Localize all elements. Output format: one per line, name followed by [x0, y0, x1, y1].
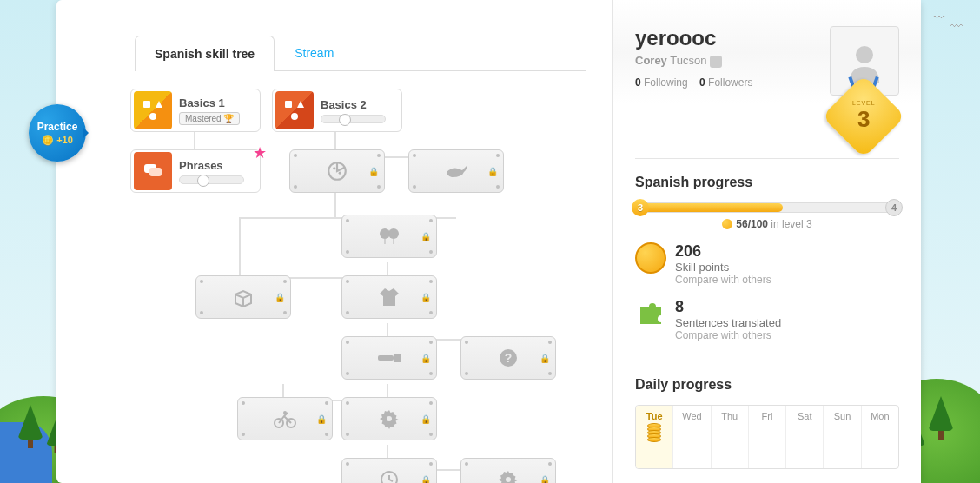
day-cell[interactable]: Sat	[786, 406, 824, 468]
practice-button[interactable]: Practice 🪙 +10	[29, 104, 86, 162]
skill-title: Basics 1	[179, 96, 257, 109]
day-cell[interactable]: Mon	[862, 406, 898, 468]
tab-stream[interactable]: Stream	[275, 35, 354, 70]
locked-skill-time[interactable]: 🔒	[341, 458, 437, 483]
svg-point-5	[291, 113, 298, 120]
svg-point-12	[388, 228, 399, 239]
twitter-icon[interactable]	[710, 56, 722, 68]
day-cell[interactable]: Tue	[636, 406, 673, 468]
lock-icon: 🔒	[540, 475, 550, 484]
svg-point-9	[333, 167, 335, 169]
question-icon: ?	[498, 347, 519, 368]
mastered-badge: Mastered 🏆	[179, 112, 240, 125]
locked-skill-possession[interactable]: 🔒	[195, 275, 291, 319]
daily-row: TueWedThuFriSatSunMon	[635, 405, 899, 469]
day-cell[interactable]: Sun	[824, 406, 861, 468]
svg-point-23	[506, 477, 511, 482]
svg-marker-1	[156, 101, 162, 108]
gear-icon	[498, 469, 519, 483]
svg-text:?: ?	[505, 351, 513, 365]
level-progress-bar: 3 4	[635, 202, 899, 213]
bird-icon: 〰	[933, 10, 945, 24]
whale-icon	[443, 162, 469, 181]
lock-icon: 🔒	[487, 167, 498, 176]
bird-icon: 〰	[950, 19, 963, 33]
pizza-icon	[326, 160, 348, 182]
skill-title: Basics 2	[321, 98, 399, 111]
daily-section: Daily progress TueWedThuFriSatSunMon	[635, 361, 899, 469]
brush-icon	[376, 350, 402, 366]
bike-icon	[273, 409, 297, 428]
balloons-icon	[377, 227, 401, 246]
lock-icon: 🔒	[420, 232, 431, 242]
level-medal: LEVEL3	[834, 87, 893, 146]
shirt-icon	[378, 287, 401, 308]
svg-rect-15	[378, 355, 394, 361]
current-level-knob: 3	[632, 199, 649, 216]
coin-icon	[722, 219, 732, 229]
stat-sentences[interactable]: 8 Sentences translated Compare with othe…	[635, 298, 899, 341]
skill-tree-pane: Spanish skill tree Stream	[56, 0, 612, 483]
locked-skill-colors[interactable]: 🔒	[341, 336, 437, 380]
day-cell[interactable]: Thu	[712, 406, 749, 468]
lock-icon: 🔒	[420, 414, 431, 424]
lock-icon: 🔒	[420, 354, 431, 363]
skill-progress-bar	[179, 175, 244, 184]
locked-skill-clothing[interactable]: 🔒	[341, 275, 437, 319]
skill-icon	[134, 152, 172, 190]
main-panel: Spanish skill tree Stream	[56, 0, 921, 483]
day-cell[interactable]: Fri	[749, 406, 786, 468]
avatar-placeholder-icon	[843, 39, 886, 83]
next-level-knob: 4	[885, 199, 903, 216]
lock-icon: 🔒	[316, 414, 327, 424]
skill-phrases[interactable]: ★ Phrases	[130, 149, 261, 193]
skill-icon	[275, 91, 314, 129]
progress-section: Spanish progress 3 4 56/100 in level 3 2…	[635, 158, 899, 341]
progress-text: 56/100 in level 3	[635, 218, 899, 230]
stat-skill-points[interactable]: 206 Skill points Compare with others	[635, 242, 899, 286]
skill-tree: Basics 1 Mastered 🏆 Basics 2 ★	[126, 89, 586, 480]
locked-skill-gear2[interactable]: 🔒	[460, 458, 556, 483]
skill-progress-bar	[321, 115, 386, 123]
profile-pane: yeroooc Corey Tucson 0 Following 0 Follo…	[612, 0, 921, 483]
lock-icon: 🔒	[368, 167, 379, 176]
lock-icon: 🔒	[420, 475, 431, 484]
gear-icon	[379, 408, 400, 429]
locked-skill-plurals[interactable]: 🔒	[341, 215, 437, 258]
svg-point-10	[339, 172, 341, 175]
skill-icon	[134, 91, 172, 129]
tab-skill-tree[interactable]: Spanish skill tree	[135, 36, 275, 71]
locked-skill-questions[interactable]: ?🔒	[460, 336, 556, 380]
svg-rect-0	[143, 101, 150, 108]
skill-basics-2[interactable]: Basics 2	[272, 89, 402, 132]
locked-skill-verbs[interactable]: 🔒	[237, 397, 333, 440]
star-icon: ★	[253, 143, 267, 162]
svg-point-21	[387, 416, 392, 421]
locked-skill-gear1[interactable]: 🔒	[341, 397, 437, 440]
progress-title: Spanish progress	[635, 175, 899, 190]
svg-rect-7	[149, 168, 162, 176]
lock-icon: 🔒	[275, 293, 285, 302]
tabs: Spanish skill tree Stream	[135, 35, 586, 71]
skill-basics-1[interactable]: Basics 1 Mastered 🏆	[130, 89, 261, 132]
svg-point-20	[283, 411, 287, 414]
day-cell[interactable]: Wed	[673, 406, 711, 468]
daily-title: Daily progress	[635, 377, 899, 393]
practice-points: 🪙 +10	[42, 135, 73, 146]
svg-point-24	[856, 46, 873, 63]
puzzle-icon	[635, 298, 666, 329]
skill-title: Phrases	[179, 159, 257, 172]
svg-rect-3	[285, 101, 292, 108]
box-icon	[232, 288, 255, 307]
lock-icon: 🔒	[540, 354, 550, 363]
lock-icon: 🔒	[420, 293, 431, 302]
svg-marker-4	[297, 101, 304, 108]
practice-label: Practice	[37, 121, 78, 133]
svg-point-2	[149, 113, 156, 120]
coin-icon	[635, 242, 666, 274]
locked-skill-food[interactable]: 🔒	[289, 149, 385, 193]
clock-icon	[379, 469, 400, 483]
locked-skill-animals[interactable]: 🔒	[408, 149, 504, 193]
